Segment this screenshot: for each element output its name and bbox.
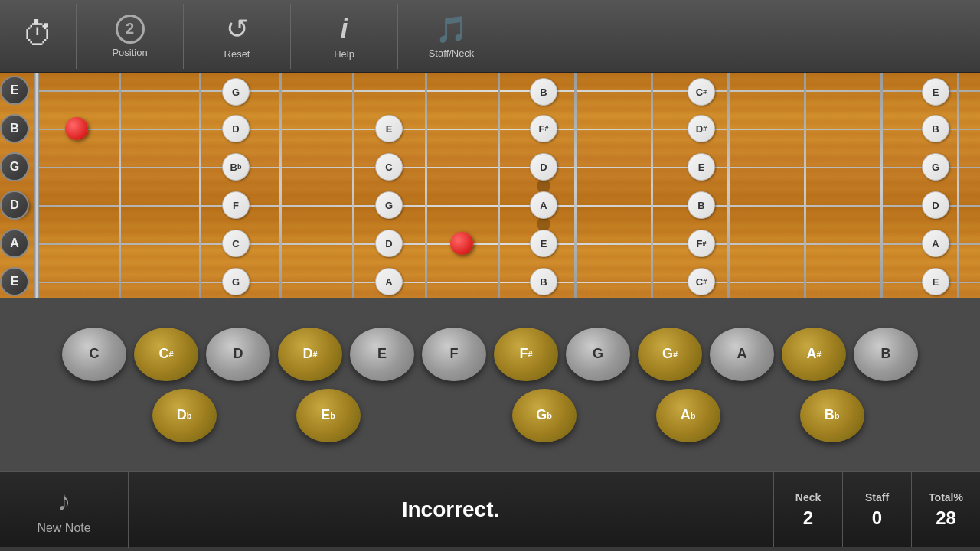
- note-btn-spacer-0: [80, 389, 145, 442]
- clock-icon: ⏱: [22, 16, 54, 53]
- fret-line: [498, 73, 500, 298]
- note-b[interactable]: B: [530, 78, 557, 106]
- note-btn-csharp[interactable]: C#: [134, 328, 198, 381]
- note-f[interactable]: F: [222, 191, 250, 219]
- note-g[interactable]: G: [222, 268, 250, 295]
- note-btn-spacer-5: [440, 389, 505, 442]
- note-row-2: DbEbGbAbBb: [44, 389, 936, 442]
- note-b[interactable]: B: [922, 115, 949, 142]
- note-f#[interactable]: F#: [688, 230, 715, 257]
- fretboard-background: [0, 73, 980, 298]
- note-btn-e[interactable]: E: [350, 328, 414, 381]
- note-e[interactable]: E: [375, 115, 403, 142]
- position-label: Position: [112, 47, 147, 58]
- note-g[interactable]: G: [222, 78, 250, 106]
- note-c#[interactable]: C#: [688, 78, 715, 106]
- note-btn-asharp[interactable]: A#: [782, 328, 846, 381]
- fret-line: [199, 73, 201, 298]
- note-btn-gsharp[interactable]: G#: [638, 328, 702, 381]
- note-btn-dsharp[interactable]: D#: [278, 328, 342, 381]
- note-d#[interactable]: D#: [688, 115, 715, 142]
- staff-label: Staff: [865, 491, 889, 504]
- note-d[interactable]: D: [922, 191, 949, 219]
- neck-value: 2: [803, 507, 813, 529]
- note-btn-c[interactable]: C: [62, 328, 126, 381]
- string-label-g2: G: [0, 152, 29, 181]
- new-note-button[interactable]: ♪ New Note: [0, 471, 129, 548]
- note-e[interactable]: E: [922, 268, 949, 295]
- help-icon: i: [340, 13, 348, 45]
- note-b[interactable]: B: [530, 268, 557, 295]
- help-button[interactable]: i Help: [291, 4, 398, 69]
- fret-line: [352, 73, 354, 298]
- red-dot-2: [450, 232, 473, 255]
- fret-line: [804, 73, 806, 298]
- note-d[interactable]: D: [530, 153, 557, 181]
- note-c[interactable]: C: [222, 230, 250, 257]
- string-line: [34, 129, 980, 130]
- note-btn-gflat[interactable]: Gb: [512, 389, 577, 442]
- note-btn-dflat[interactable]: Db: [152, 389, 217, 442]
- note-btn-spacer-4: [368, 389, 433, 442]
- note-btn-eflat[interactable]: Eb: [296, 389, 361, 442]
- string-label-e5: E: [0, 267, 29, 296]
- note-bb[interactable]: Bb: [222, 153, 250, 181]
- neck-label: Neck: [795, 491, 821, 504]
- new-note-label: New Note: [37, 521, 90, 535]
- note-a[interactable]: A: [530, 191, 557, 219]
- note-e[interactable]: E: [530, 230, 557, 257]
- note-btn-aflat[interactable]: Ab: [656, 389, 720, 442]
- timer-button[interactable]: ⏱: [0, 4, 77, 69]
- string-line: [34, 167, 980, 168]
- note-btn-flat[interactable]: B: [854, 328, 918, 381]
- note-btn-flatb[interactable]: Bb: [800, 389, 864, 442]
- reset-button[interactable]: ↺ Reset: [184, 4, 291, 69]
- fret-line: [279, 73, 282, 298]
- score-area: Neck 2 Staff 0 Total% 28: [773, 472, 980, 547]
- note-a[interactable]: A: [375, 268, 403, 295]
- reset-label: Reset: [224, 48, 250, 60]
- red-dot-0: [65, 117, 88, 140]
- note-a[interactable]: A: [922, 230, 949, 257]
- reset-icon: ↺: [226, 13, 249, 45]
- total-value: 28: [936, 507, 956, 529]
- string-line: [34, 90, 980, 92]
- status-text: Incorrect.: [402, 497, 500, 522]
- note-btn-f[interactable]: F: [422, 328, 486, 381]
- note-b[interactable]: B: [688, 191, 715, 219]
- fret-line: [119, 73, 121, 298]
- note-btn-a[interactable]: A: [710, 328, 774, 381]
- fret-line: [425, 73, 427, 298]
- staffneck-button[interactable]: 🎵 Staff/Neck: [398, 4, 505, 69]
- fret-line: [880, 73, 883, 298]
- note-f#[interactable]: F#: [530, 115, 557, 142]
- note-e[interactable]: E: [922, 78, 949, 106]
- position-icon: 2: [116, 15, 145, 44]
- string-label-e0: E: [0, 76, 29, 105]
- string-label-d3: D: [0, 191, 29, 220]
- note-btn-fsharp[interactable]: F#: [494, 328, 558, 381]
- note-g[interactable]: G: [375, 191, 403, 219]
- note-g[interactable]: G: [922, 153, 949, 181]
- string-line: [34, 205, 980, 207]
- total-score: Total% 28: [911, 472, 980, 547]
- neck-score: Neck 2: [773, 472, 842, 547]
- fret-line: [727, 73, 730, 298]
- note-e[interactable]: E: [688, 153, 715, 181]
- help-label: Help: [334, 48, 354, 60]
- music-note-icon: ♪: [57, 485, 71, 517]
- note-btn-spacer-7: [584, 389, 648, 442]
- note-buttons-panel: CC#DD#EFF#GG#AA#B DbEbGbAbBb: [0, 298, 980, 471]
- toolbar: ⏱ 2 Position ↺ Reset i Help 🎵 Staff/Neck: [0, 0, 980, 73]
- note-d[interactable]: D: [375, 230, 403, 257]
- note-c#[interactable]: C#: [688, 268, 715, 295]
- staffneck-icon: 🎵: [436, 14, 468, 44]
- position-button[interactable]: 2 Position: [77, 4, 184, 69]
- note-btn-d[interactable]: D: [206, 328, 270, 381]
- fretboard[interactable]: EBGDAEGBC#EDEF#D#BBbCDEGFGABDCDEF#AGABC#…: [0, 73, 980, 298]
- note-btn-g[interactable]: G: [566, 328, 630, 381]
- note-d[interactable]: D: [222, 115, 250, 142]
- note-c[interactable]: C: [375, 153, 403, 181]
- fret-line: [651, 73, 653, 298]
- string-label-a4: A: [0, 229, 29, 258]
